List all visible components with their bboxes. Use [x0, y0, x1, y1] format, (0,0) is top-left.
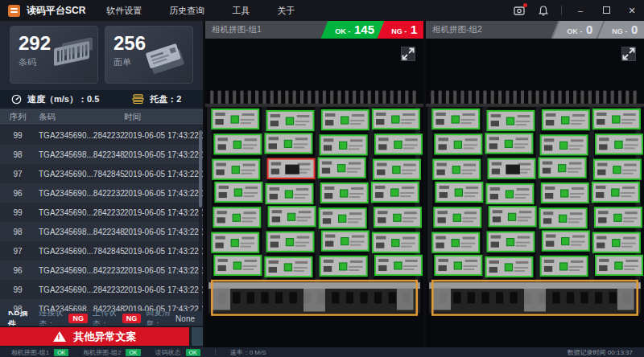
col-seq: 序列 — [0, 112, 35, 123]
minimize-button[interactable]: – — [573, 6, 588, 15]
table-row[interactable]: 98TGA2345698...84223482019-06-05 17:43:2… — [0, 145, 203, 164]
speedometer-icon — [11, 94, 22, 105]
table-row[interactable]: 96TGA2345690...84222322019-06-05 17:43:2… — [0, 183, 203, 203]
app-logo-icon — [8, 5, 20, 17]
cell-barcode: TGA2345698...8422348 — [35, 228, 122, 236]
panel1-title: 相机拼图-组1 — [212, 24, 262, 35]
panel2-title: 相机拼图-组2 — [432, 24, 482, 35]
cell-barcode: TGA2345690...7842845 — [35, 170, 122, 178]
barcode-illustration-icon — [51, 38, 93, 76]
cell-time: 2019-06-05 17:43:22:136 — [122, 285, 203, 294]
cell-seq: 99 — [0, 131, 35, 140]
panel2-ng-badge: NG - 0 — [596, 21, 644, 39]
rate-label: 速率：0 M/S — [230, 348, 266, 357]
cell-time: 2019-06-05 17:43:22:136 — [122, 266, 203, 275]
stats-cards: 292 条码 — [0, 21, 203, 87]
panel2-ok-count: 0 — [586, 21, 592, 39]
other-exception-button[interactable]: 其他异常文案 — [0, 327, 189, 346]
cell-barcode: TGA2345698...8422348 — [35, 305, 122, 312]
scrollbar-thumb[interactable] — [199, 130, 202, 207]
cell-barcode: TGA2345690...2842232 — [35, 208, 122, 217]
menu-item-3[interactable]: 关于 — [277, 5, 295, 17]
cell-seq: 99 — [0, 285, 35, 294]
sidebar: 292 条码 — [0, 21, 203, 347]
panel2-header: 相机拼图-组2 OK - 0 NG - 0 — [426, 21, 644, 39]
titlebar-separator — [561, 6, 562, 15]
cell-barcode: TGA2345690...7842845 — [35, 247, 122, 256]
table-row[interactable]: 99TGA2345690...28422322019-06-05 17:43:2… — [0, 280, 203, 299]
status-value: None — [175, 314, 195, 323]
panel1-ng-badge: NG - 1 — [377, 21, 423, 39]
bottom-status-bar: 相机拼图-组1OK相机拼图-组2OK读码状态OK 速率：0 M/S 数据记录时间… — [0, 347, 644, 357]
cell-time: 2019-06-05 17:43:22:136 — [122, 305, 203, 312]
cell-seq: 98 — [0, 228, 35, 236]
camera-panel-group1: 相机拼图-组1 OK - 145 NG - 1 — [205, 21, 423, 347]
cell-time: 2019-06-05 17:43:22:136 — [122, 170, 203, 178]
cell-time: 2019-06-05 17:43:22:136 — [122, 247, 203, 256]
notification-badge — [523, 3, 527, 7]
speed-value: 速度（m/s）：0.5 — [27, 93, 99, 105]
panel2-expand-icon[interactable] — [621, 47, 636, 61]
cell-barcode: TGA2345690...8422232 — [35, 189, 122, 198]
table-scrollbar[interactable] — [199, 127, 202, 311]
cell-seq: 96 — [0, 189, 35, 198]
alert-side-handle[interactable] — [192, 327, 203, 346]
app-title: 读码平台SCR — [27, 4, 85, 18]
panel1-expand-icon[interactable] — [401, 47, 415, 61]
panel2-camera-view — [426, 39, 644, 347]
pallet-icon — [132, 94, 144, 104]
waybill-illustration-icon — [142, 38, 188, 78]
menu-item-1[interactable]: 历史查询 — [169, 5, 204, 17]
panel1-ng-count: 1 — [411, 21, 417, 39]
close-button[interactable]: ✕ — [625, 6, 639, 16]
ng-status-badge: NG — [68, 314, 88, 323]
table-row[interactable]: 97TGA2345690...78428452019-06-05 17:43:2… — [0, 241, 203, 261]
bottom-bar-separator — [215, 349, 216, 355]
panel1-header: 相机拼图-组1 OK - 145 NG - 1 — [205, 21, 423, 39]
cell-seq: 98 — [0, 305, 35, 312]
warning-icon — [53, 331, 66, 342]
cell-time: 2019-06-05 17:43:22:13 — [122, 189, 203, 198]
camera-panel-group2: 相机拼图-组2 OK - 0 NG - 0 — [426, 21, 644, 347]
table-row[interactable]: 98TGA2345698...84223482019-06-05 17:43:2… — [0, 299, 203, 311]
cell-time: 2019-06-05 17:43:22:136 — [122, 131, 203, 140]
table-row[interactable]: 96TGA2345690...84222322019-06-05 17:43:2… — [0, 261, 203, 280]
panel2-ng-count: 0 — [631, 21, 638, 39]
bell-icon[interactable] — [537, 4, 550, 17]
table-row[interactable]: 97TGA2345690...78428452019-06-05 17:43:2… — [0, 164, 203, 183]
bottom-bar-item: 相机拼图-组2OK — [83, 348, 140, 357]
cell-time: 2019-06-05 17:43:22:131 — [122, 150, 203, 159]
cell-barcode: TGA2345690...2842232 — [35, 285, 122, 294]
cell-seq: 97 — [0, 247, 35, 256]
ok-status-badge: OK — [186, 349, 200, 356]
maximize-button[interactable] — [599, 6, 613, 15]
cell-seq: 97 — [0, 170, 35, 178]
record-time-label: 数据记录时间 00:13:37 — [568, 348, 633, 357]
menu-item-0[interactable]: 软件设置 — [106, 5, 142, 17]
table-body: 99TGA2345690...28422322019-06-05 17:43:2… — [0, 125, 203, 311]
cell-seq: 98 — [0, 150, 35, 159]
cell-barcode: TGA2345690...8422232 — [35, 266, 122, 275]
alert-row: 其他异常文案 — [0, 326, 203, 347]
cell-barcode: TGA2345690...2842232 — [35, 131, 122, 140]
speed-tray-bar: 速度（m/s）：0.5 托盘：2 — [0, 90, 203, 108]
screenshot-icon[interactable] — [513, 4, 526, 17]
barcode-stat-card: 292 条码 — [10, 26, 98, 84]
waybill-stat-card: 256 面单 — [105, 26, 193, 84]
table-header: 序列 条码 时间 — [0, 109, 203, 125]
ng-status-badge: NG — [122, 314, 142, 323]
kb-status-bar: KB插件 连接状态：NG上传状态：NG回复消息：None — [0, 311, 203, 326]
table-row[interactable]: 99TGA2345690...28422322019-06-05 17:43:2… — [0, 203, 203, 222]
menu-item-2[interactable]: 工具 — [232, 5, 250, 17]
panel1-camera-view — [205, 39, 423, 347]
alert-button-label: 其他异常文案 — [74, 330, 137, 344]
table-row[interactable]: 98TGA2345698...84223482019-06-05 17:43:2… — [0, 222, 203, 241]
camera-panels: 相机拼图-组1 OK - 145 NG - 1 — [203, 21, 644, 347]
bottom-bar-item: 读码状态OK — [155, 348, 200, 357]
cell-seq: 96 — [0, 266, 35, 275]
ok-status-badge: OK — [126, 349, 140, 356]
table-row[interactable]: 99TGA2345690...28422322019-06-05 17:43:2… — [0, 125, 203, 145]
titlebar: 读码平台SCR 软件设置历史查询工具关于 – ✕ — [0, 0, 644, 21]
menu-bar: 软件设置历史查询工具关于 — [106, 5, 322, 17]
ok-status-badge: OK — [54, 349, 68, 356]
